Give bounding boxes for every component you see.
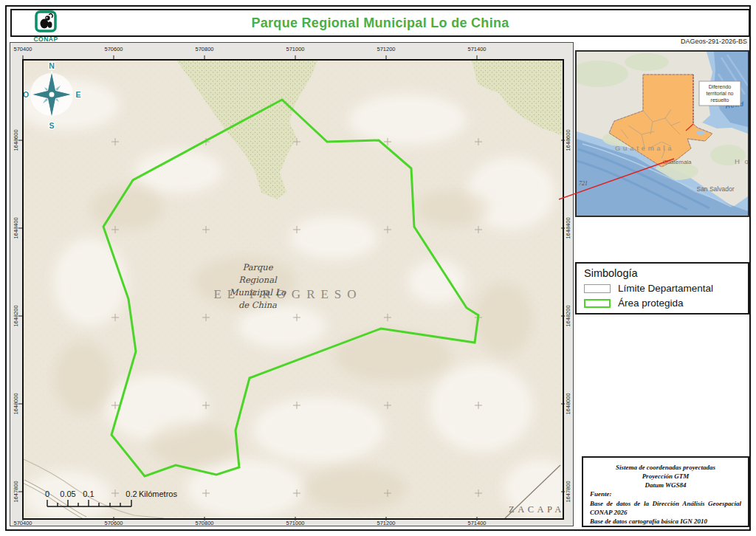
- document-code: DAGeos-291-2026-BS: [681, 38, 747, 45]
- credits-box: Sistema de coordenadas proyectadas Proye…: [582, 456, 749, 527]
- scale-tick-label: 0.05: [60, 489, 75, 498]
- conap-logo: CONAP: [32, 10, 59, 43]
- conap-logo-label: CONAP: [32, 36, 59, 43]
- inset-lake: [696, 131, 705, 135]
- inset-country-label: Guatemala: [615, 144, 674, 152]
- header-bar: Parque Regional Municipal Lo de China: [10, 9, 750, 37]
- scale-unit-label: Kilómetros: [139, 489, 177, 498]
- credits-line: Proyección GTM: [590, 472, 741, 481]
- svg-text:resuelto: resuelto: [711, 97, 729, 103]
- inset-capital-label: Guatemala: [662, 159, 692, 165]
- inset-honduras-label: H o: [735, 157, 748, 165]
- map-sheet: Parque Regional Municipal Lo de China CO…: [0, 0, 756, 536]
- page-title: Parque Regional Municipal Lo de China: [12, 16, 749, 31]
- easting-label: 570800: [195, 46, 213, 52]
- compass-east-label: E: [75, 90, 80, 99]
- inset-road-label: 721: [579, 180, 588, 187]
- legend-item-department-limit: Límite Departamental: [584, 283, 740, 294]
- northing-label: 1648600: [565, 129, 571, 151]
- department-limit-swatch-icon: [584, 284, 611, 293]
- easting-label: 570400: [13, 520, 32, 526]
- main-map-canvas: ZACAPA EL PROGRESO Parque Regional Munic…: [24, 61, 563, 518]
- northing-label: 1648400: [13, 217, 19, 238]
- credits-source-line: CONAP 2026: [590, 508, 741, 517]
- northing-label: 1648600: [13, 129, 19, 151]
- protected-area-swatch-icon: [584, 299, 611, 308]
- northing-label: 1648200: [565, 305, 571, 326]
- inset-locator-map: Gu Hond Guatemala Guatemala San Salvador…: [575, 50, 749, 217]
- scale-tick-label: 0.2: [126, 489, 137, 498]
- easting-label: 571000: [286, 46, 304, 52]
- easting-label: 570600: [104, 46, 123, 52]
- credits-line: Sistema de coordenadas proyectadas: [590, 463, 741, 472]
- territorial-note: Diferendo territorial no resuelto: [699, 81, 740, 106]
- easting-label: 571200: [377, 46, 395, 52]
- northing-label: 1647800: [13, 481, 19, 502]
- inset-city-label: San Salvador: [696, 185, 734, 193]
- svg-text:territorial no: territorial no: [707, 91, 734, 96]
- northing-label: 1648000: [565, 393, 571, 414]
- legend-title: Simbología: [584, 267, 740, 279]
- scale-tick-label: 0.1: [83, 489, 94, 498]
- northing-label: 1648000: [13, 393, 19, 414]
- easting-label: 571400: [467, 520, 486, 526]
- easting-label: 570600: [104, 520, 123, 526]
- credits-source-line: Base de datos de la Dirección Análisis G…: [590, 499, 741, 508]
- svg-text:Diferendo: Diferendo: [709, 84, 731, 89]
- legend-box: Simbología Límite Departamental Área pro…: [575, 262, 749, 315]
- neighbor-department-label: ZACAPA: [509, 504, 563, 515]
- legend-item-protected-area: Área protegida: [584, 298, 740, 309]
- easting-label: 571400: [467, 46, 486, 52]
- scale-tick-label: 0: [45, 489, 49, 498]
- credits-source-line: Base de datos cartografía básica IGN 201…: [590, 517, 741, 526]
- compass-north-label: N: [49, 61, 55, 70]
- northing-label: 1648400: [565, 217, 571, 238]
- svg-text:de China: de China: [238, 300, 277, 310]
- credits-source-heading: Fuente:: [590, 489, 741, 498]
- inset-canvas: Gu Hond Guatemala Guatemala San Salvador…: [577, 52, 748, 216]
- svg-text:Parque: Parque: [242, 262, 273, 272]
- easting-label: 570800: [195, 520, 213, 526]
- northing-label: 1647800: [565, 481, 571, 502]
- easting-label: 570400: [13, 46, 32, 52]
- northing-label: 1648200: [13, 305, 19, 326]
- easting-label: 571000: [286, 520, 304, 526]
- main-map: ZACAPA EL PROGRESO Parque Regional Munic…: [22, 59, 564, 520]
- svg-text:Regional: Regional: [238, 275, 278, 285]
- conap-logo-icon: [35, 10, 57, 32]
- svg-text:Municipal Lo: Municipal Lo: [230, 287, 287, 298]
- compass-south-label: S: [49, 121, 54, 130]
- easting-label: 571200: [377, 520, 395, 526]
- credits-line: Datum WGS84: [590, 481, 741, 489]
- compass-west-label: O: [24, 90, 29, 99]
